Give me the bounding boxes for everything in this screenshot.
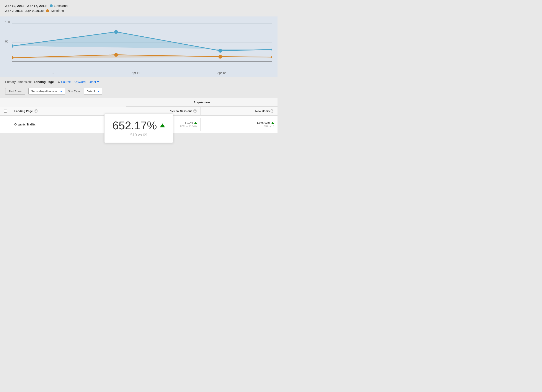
organic-traffic-label: Organic Traffic [14, 123, 36, 126]
svg-point-4 [12, 44, 13, 48]
check-col-header [0, 107, 11, 115]
legend-date-1: Apr 10, 2018 - Apr 17, 2018: [5, 4, 48, 8]
new-sessions-help-icon[interactable]: ? [193, 109, 197, 113]
table-section: Acquisition Landing Page ? % New Session… [0, 98, 277, 197]
primary-dimension-label: Primary Dimension: [5, 80, 32, 84]
secondary-dimension-label: Secondary dimension [31, 90, 58, 93]
svg-point-10 [114, 53, 118, 57]
svg-marker-3 [12, 32, 272, 51]
primary-dimension-bar: Primary Dimension: Landing Page Source K… [0, 77, 277, 87]
tooltip-main-value: 652.17% [112, 119, 157, 132]
new-users-change-group: 1,976.92% [204, 121, 274, 124]
landing-page-help-icon[interactable]: ? [34, 109, 38, 113]
new-sessions-up-arrow-icon [194, 122, 197, 124]
svg-point-11 [218, 55, 222, 59]
y-label-50: 50 [5, 40, 8, 43]
chart-section: 100 50 [0, 16, 277, 77]
legend-row-2: Apr 2, 2018 - Apr 9, 2018: Sessions [5, 9, 272, 13]
x-label-dots: ... [52, 71, 54, 75]
chart-svg [12, 16, 272, 69]
table-wrapper: Acquisition Landing Page ? % New Session… [0, 98, 277, 133]
tooltip-sub-value: 519 vs 69 [112, 133, 165, 137]
svg-point-9 [12, 56, 13, 59]
tooltip-main-row: 652.17% [112, 119, 165, 132]
source-link[interactable]: Source [61, 80, 71, 84]
other-dropdown[interactable]: Other [89, 80, 99, 84]
controls-bar: Plot Rows Secondary dimension Sort Type:… [0, 87, 277, 98]
other-label: Other [89, 80, 96, 84]
acquisition-group-header: Acquisition [126, 98, 277, 107]
new-users-col-label: New Users [255, 109, 270, 113]
new-sessions-col-label: % New Sessions [170, 109, 193, 113]
svg-point-12 [271, 56, 272, 58]
landing-page-col-label: Landing Page [14, 109, 33, 113]
tooltip-up-arrow-icon [160, 124, 165, 127]
header-landing-page-spacer [11, 98, 126, 107]
new-users-data-cell: 1,976.92% 270 vs 13 [201, 118, 277, 131]
legend-row-1: Apr 10, 2018 - Apr 17, 2018: Sessions [5, 4, 272, 8]
table-header-group: Acquisition [0, 98, 277, 107]
page-wrapper: Apr 10, 2018 - Apr 17, 2018: Sessions Ap… [0, 0, 277, 197]
primary-dimension-active: Landing Page [34, 80, 54, 84]
legend-metric-2: Sessions [51, 9, 64, 13]
new-users-change: 1,976.92% [257, 121, 270, 124]
new-users-up-arrow-icon [271, 122, 274, 124]
chart-container: 100 50 [0, 16, 277, 77]
new-users-col-header: New Users ? [201, 107, 277, 115]
x-label-apr11: Apr 11 [132, 71, 140, 75]
active-caret-icon [58, 81, 60, 83]
legend-metric-1: Sessions [54, 4, 68, 8]
organic-check-cell [0, 119, 11, 129]
secondary-dimension-caret-icon [60, 91, 62, 92]
legend-dot-blue [50, 4, 53, 7]
sort-default-label: Default [87, 90, 96, 93]
svg-point-6 [218, 49, 222, 53]
legend-area: Apr 10, 2018 - Apr 17, 2018: Sessions Ap… [0, 0, 277, 16]
svg-point-5 [114, 30, 118, 34]
new-users-comparison: 270 vs 13 [204, 125, 274, 127]
new-users-help-icon[interactable]: ? [271, 109, 274, 113]
sort-type-label: Sort Type: [68, 90, 81, 93]
y-label-100: 100 [5, 20, 10, 24]
organic-traffic-row-wrapper: Organic Traffic 6.12% 02% vs 18.84% 1,97… [0, 116, 277, 133]
tooltip-overlay: 652.17% 519 vs 69 [104, 113, 173, 143]
sort-type-dropdown[interactable]: Default [84, 88, 102, 95]
chart-x-labels: ... Apr 11 Apr 12 [0, 71, 277, 75]
svg-point-7 [271, 48, 272, 51]
other-caret-icon [97, 81, 99, 83]
sort-caret-icon [97, 91, 99, 92]
header-check-spacer [0, 98, 11, 107]
new-sessions-change: 6.12% [185, 121, 193, 124]
select-all-checkbox[interactable] [4, 109, 7, 113]
plot-rows-button[interactable]: Plot Rows [5, 88, 25, 95]
organic-row-checkbox[interactable] [4, 123, 7, 126]
keyword-link[interactable]: Keyword [74, 80, 85, 84]
legend-date-2: Apr 2, 2018 - Apr 9, 2018: [5, 9, 44, 13]
legend-dot-orange [46, 9, 49, 12]
x-label-apr12: Apr 12 [217, 71, 226, 75]
secondary-dimension-dropdown[interactable]: Secondary dimension [28, 88, 65, 95]
